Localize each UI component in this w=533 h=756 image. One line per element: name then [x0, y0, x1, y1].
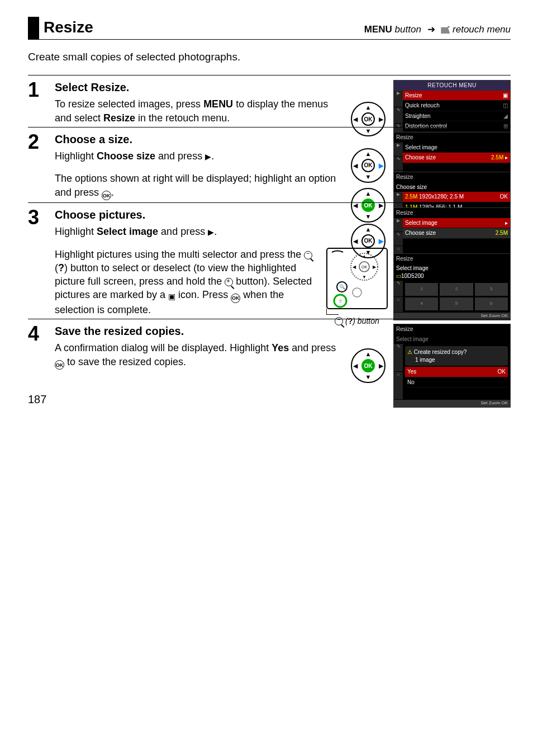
- svg-text:🔍: 🔍: [339, 284, 346, 290]
- ok-icon-highlight: OK: [361, 359, 375, 372]
- step-2: 2 Choose a size. Highlight Choose size a…: [28, 127, 511, 200]
- svg-rect-0: [327, 248, 387, 309]
- ok-circle-icon: OK: [55, 360, 64, 370]
- intro-text: Create small copies of selected photogra…: [28, 50, 511, 64]
- step-1-number: 1: [28, 80, 49, 125]
- size-option-0: 2.5M 1920x1280; 2.5 MOK: [403, 192, 510, 202]
- right-arrow-highlight: ▶: [379, 237, 383, 245]
- zoom-out-icon: [304, 251, 312, 259]
- step-3-number: 3: [28, 207, 49, 238]
- retouch-menu-label: retouch menu: [453, 24, 511, 35]
- choose-size-row: Choose size2.5M ▸: [403, 153, 510, 163]
- ok-icon: OK: [361, 234, 375, 248]
- svg-point-10: [353, 288, 361, 297]
- step-1-heading: Select Resize.: [55, 80, 343, 95]
- ok-icon: OK: [361, 112, 375, 126]
- step-4-heading: Save the resized copies.: [55, 324, 343, 339]
- section-title: Resize: [44, 17, 93, 38]
- ok-circle-icon: OK: [102, 191, 111, 200]
- step-2-text: Highlight Choose size and press ▶.: [55, 149, 343, 163]
- button-label: button: [395, 24, 421, 35]
- right-triangle-icon: ▶: [205, 152, 211, 161]
- step-3-text: Highlight Select image and press ▶.: [55, 225, 343, 238]
- step-4: 4 Save the resized copies. A confirmatio…: [28, 319, 511, 370]
- menu-item-resize: Resize▣: [403, 91, 510, 101]
- right-arrow-highlight: ▶: [379, 162, 383, 170]
- step-4-text: A confirmation dialog will be displayed.…: [55, 341, 343, 370]
- svg-text:OK: OK: [361, 265, 367, 269]
- arrow-icon: ➜: [424, 24, 439, 35]
- step-2-sub: The options shown at right will be displ…: [28, 172, 511, 200]
- step-4-figure: ▲▼◀▶ OK Resize Select image ✎⌂ ⚠ Create …: [349, 324, 511, 408]
- retouch-icon: [441, 26, 450, 34]
- section-header: Resize MENU button ➜ retouch menu: [28, 17, 511, 40]
- svg-text:▶: ▶: [373, 264, 377, 270]
- svg-text:?: ?: [339, 299, 341, 304]
- camera-back-diagram: OK ▲ ▼ ◀ ▶ 🔍 ? (?) button: [326, 248, 388, 327]
- resize-mark-icon: ▣: [168, 291, 175, 302]
- step-3: 3 Choose pictures. Highlight Select imag…: [28, 202, 511, 316]
- step-1: 1 Select Resize. To resize selected imag…: [28, 75, 511, 125]
- camera-screen-confirm: Resize Select image ✎⌂ ⚠ Create resized …: [393, 324, 511, 408]
- step-4-number: 4: [28, 324, 49, 370]
- camera-screen-thumbnails: Resize Select image▭10D5200 ✎⌂ 123456 Se…: [393, 253, 511, 320]
- step-1-text: To resize selected images, press MENU to…: [55, 97, 343, 125]
- ok-circle-icon: OK: [231, 294, 240, 303]
- screen-header: RETOUCH MENU: [394, 81, 510, 91]
- menu-label: MENU: [364, 24, 392, 35]
- right-triangle-icon: ▶: [208, 228, 214, 237]
- ok-icon: OK: [361, 159, 375, 172]
- select-image-row: Select image▸: [403, 218, 510, 229]
- breadcrumb: MENU button ➜ retouch menu: [364, 23, 511, 36]
- multi-selector-diagram: ▲▼◀▶ OK: [349, 343, 388, 388]
- svg-text:▲: ▲: [362, 254, 367, 259]
- thumbnail-grid: 123456: [403, 281, 510, 313]
- svg-text:▼: ▼: [362, 275, 367, 280]
- step-3-heading: Choose pictures.: [55, 207, 343, 223]
- step-2-heading: Choose a size.: [55, 132, 343, 147]
- step-3-sub: Highlight pictures using the multi selec…: [28, 248, 511, 317]
- svg-text:◀: ◀: [353, 264, 356, 270]
- zoom-in-icon: [225, 278, 233, 286]
- step-2-number: 2: [28, 132, 49, 163]
- step-3-sub-figure: OK ▲ ▼ ◀ ▶ 🔍 ? (?) button Resize Sel: [326, 248, 511, 327]
- confirm-yes: YesOK: [405, 367, 508, 377]
